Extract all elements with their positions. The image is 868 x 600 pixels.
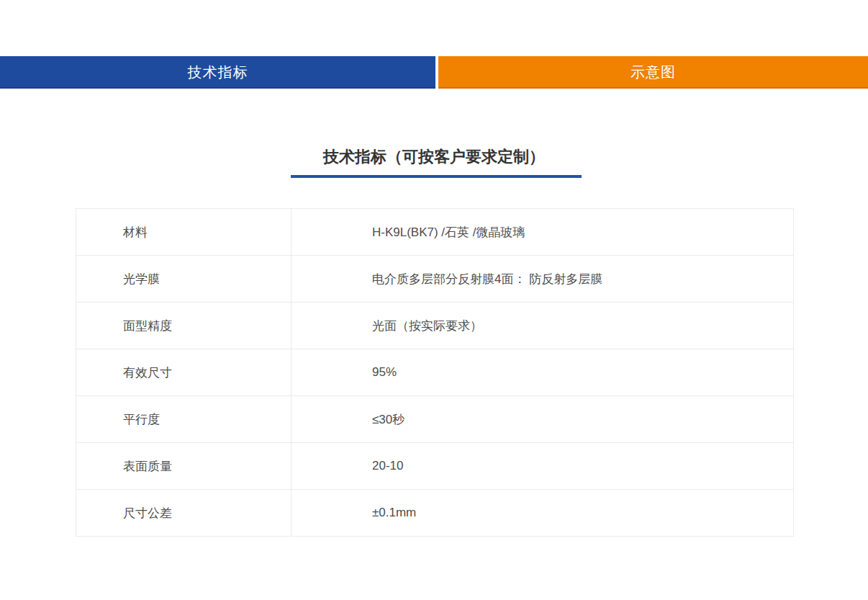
tab-specifications[interactable]: 技术指标: [0, 56, 435, 89]
spec-label: 平行度: [76, 396, 291, 442]
spec-value: ≤30秒: [291, 396, 793, 442]
spec-label: 尺寸公差: [76, 490, 291, 536]
spec-value: 光面（按实际要求）: [291, 303, 793, 349]
spec-label: 表面质量: [76, 443, 291, 489]
section-title: 技术指标（可按客户要求定制）: [0, 147, 868, 167]
spec-value: 95%: [291, 349, 793, 395]
spec-value: 20-10: [291, 443, 793, 489]
table-row: 光学膜 电介质多层部分反射膜4面： 防反射多层膜: [76, 255, 793, 302]
spec-label: 有效尺寸: [76, 349, 291, 395]
tab-diagram[interactable]: 示意图: [438, 56, 868, 89]
table-row: 尺寸公差 ±0.1mm: [76, 489, 793, 536]
spec-value: H-K9L(BK7) /石英 /微晶玻璃: [291, 209, 793, 255]
spec-label: 材料: [76, 209, 291, 255]
spec-table: 材料 H-K9L(BK7) /石英 /微晶玻璃 光学膜 电介质多层部分反射膜4面…: [76, 208, 794, 537]
table-row: 面型精度 光面（按实际要求）: [76, 302, 793, 349]
table-row: 平行度 ≤30秒: [76, 395, 793, 442]
spec-label: 面型精度: [76, 303, 291, 349]
tab-bar: 技术指标 示意图: [0, 56, 868, 89]
spec-value: ±0.1mm: [291, 490, 793, 536]
table-row: 有效尺寸 95%: [76, 349, 793, 395]
table-row: 表面质量 20-10: [76, 442, 793, 489]
table-row: 材料 H-K9L(BK7) /石英 /微晶玻璃: [76, 209, 793, 255]
spec-value: 电介质多层部分反射膜4面： 防反射多层膜: [291, 256, 793, 302]
title-underline: [291, 175, 582, 178]
spec-label: 光学膜: [76, 256, 291, 302]
